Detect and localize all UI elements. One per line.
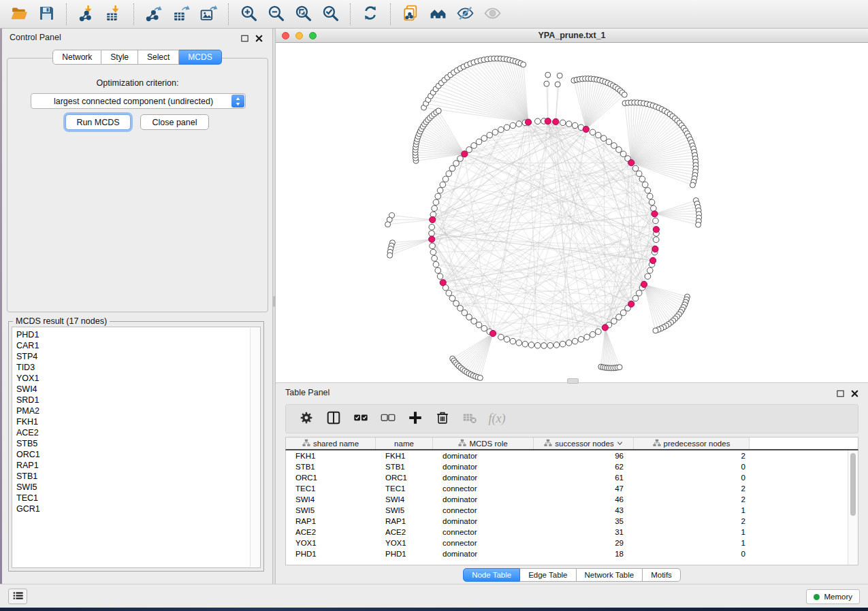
table-row[interactable]: FKH1FKH1dominator962 [286, 450, 858, 461]
tab-network[interactable]: Network [52, 50, 101, 65]
table-row[interactable]: RAP1RAP1dominator352 [286, 516, 858, 527]
save-session-button[interactable] [34, 2, 59, 27]
table-row[interactable]: ORC1ORC1dominator610 [286, 472, 858, 483]
tab-mcds[interactable]: MCDS [179, 50, 221, 65]
column-header-shared-name[interactable]: shared name [286, 437, 376, 449]
hide-selected-button[interactable] [453, 2, 477, 27]
control-panel-header: Control Panel [2, 29, 272, 46]
table-cell: SWI5 [376, 505, 433, 516]
add-entry-button[interactable] [404, 408, 426, 430]
table-row[interactable]: TEC1TEC1connector472 [286, 483, 858, 494]
table-cell: SWI4 [376, 494, 433, 505]
show-columns-button[interactable] [323, 408, 344, 430]
tab-motifs[interactable]: Motifs [643, 568, 681, 582]
table-row[interactable]: ACE2ACE2connector311 [286, 527, 858, 538]
zoom-fit-icon [294, 4, 312, 24]
mcds-result-node[interactable]: ORC1 [16, 449, 40, 460]
mcds-list-scrollbar[interactable] [250, 328, 259, 567]
status-bar: Memory [0, 584, 868, 608]
mcds-result-node[interactable]: SRD1 [16, 395, 40, 406]
mcds-result-node[interactable]: RAP1 [16, 460, 40, 471]
tab-network-table[interactable]: Network Table [577, 568, 643, 582]
mcds-result-node[interactable]: YOX1 [16, 373, 40, 384]
zoom-selected-button[interactable] [318, 2, 342, 27]
close-panel-button[interactable]: Close panel [140, 114, 209, 130]
tab-edge-table[interactable]: Edge Table [520, 568, 576, 582]
mcds-result-node[interactable]: SWI5 [16, 482, 40, 493]
show-all-button[interactable] [480, 2, 504, 27]
table-row[interactable]: SWI4SWI4dominator462 [286, 494, 858, 505]
export-table-button[interactable] [169, 2, 193, 27]
import-network-button[interactable] [74, 2, 99, 27]
network-canvas[interactable] [276, 43, 868, 383]
tab-select[interactable]: Select [138, 50, 179, 65]
open-session-button[interactable] [7, 2, 31, 27]
mcds-result-list[interactable]: PHD1CAR1STP4TID3YOX1SWI4SRD1PMA2FKH1ACE2… [12, 327, 261, 568]
mcds-result-node[interactable]: PHD1 [16, 329, 40, 340]
scrollbar-thumb[interactable] [850, 453, 856, 516]
column-header-MCDS-role[interactable]: MCDS role [433, 437, 534, 449]
mcds-result-node[interactable]: TID3 [16, 362, 40, 373]
mcds-result-node[interactable]: STP4 [16, 351, 40, 362]
table-cell: ACE2 [376, 527, 433, 538]
export-network-button[interactable] [142, 2, 166, 27]
table-row[interactable]: SWI5SWI5connector431 [286, 505, 858, 516]
column-header-name[interactable]: name [376, 437, 433, 449]
panel-menu-button[interactable] [8, 589, 27, 604]
zoom-in-button[interactable] [236, 2, 261, 27]
run-mcds-button[interactable]: Run MCDS [65, 114, 131, 130]
table-scrollbar[interactable] [848, 450, 858, 565]
close-panel-icon[interactable] [253, 33, 264, 44]
table-cell: connector [433, 505, 534, 516]
table-settings-button[interactable] [295, 408, 317, 430]
table-cell: STB1 [286, 461, 376, 472]
table-cell: connector [433, 483, 534, 494]
table-row[interactable]: YOX1YOX1connector291 [286, 538, 858, 548]
column-header-successor-nodes[interactable]: successor nodes [534, 437, 634, 449]
mcds-result-node[interactable]: CAR1 [16, 340, 40, 351]
network-from-selection-button[interactable] [398, 2, 423, 27]
refresh-network-button[interactable] [358, 2, 383, 27]
table-row[interactable]: STB1STB1dominator620 [286, 461, 858, 472]
table-cell: 47 [534, 483, 634, 494]
mcds-result-node[interactable]: ACE2 [16, 427, 40, 438]
network-view[interactable] [276, 43, 868, 383]
mcds-result-node[interactable]: GCR1 [16, 503, 40, 514]
mcds-result-node[interactable]: FKH1 [16, 416, 40, 427]
zoom-out-button[interactable] [263, 2, 288, 27]
zoom-fit-button[interactable] [291, 2, 315, 27]
mcds-result-node[interactable]: STB1 [16, 471, 40, 482]
optimization-criterion-select[interactable]: largest connected component (undirected) [31, 93, 246, 109]
float-panel-icon[interactable] [239, 33, 250, 44]
tree-icon [302, 439, 310, 448]
mcds-result-node[interactable]: PMA2 [16, 406, 40, 416]
table-cell: STB1 [376, 461, 433, 472]
mcds-panel: Optimization criterion: largest connecte… [7, 58, 268, 312]
toolbar-separator [228, 3, 229, 25]
import-table-button[interactable] [101, 2, 126, 27]
table-cell: YOX1 [376, 538, 433, 548]
table-cell: dominator [433, 516, 534, 527]
table-cell: PHD1 [286, 548, 376, 559]
select-all-button[interactable] [350, 408, 372, 430]
mcds-result-node[interactable]: STB5 [16, 438, 40, 449]
column-header-filler [750, 437, 858, 449]
main-toolbar [0, 0, 868, 29]
table-cell: 18 [534, 548, 634, 559]
deselect-all-button[interactable] [377, 408, 399, 430]
canvas-splitter-grip[interactable] [567, 378, 579, 384]
memory-button[interactable]: Memory [806, 589, 860, 604]
hide-selected-icon [456, 4, 475, 24]
column-header-predecessor-nodes[interactable]: predecessor nodes [634, 437, 750, 449]
delete-entry-button[interactable] [432, 408, 453, 430]
tab-style[interactable]: Style [101, 50, 138, 65]
mcds-result-node[interactable]: SWI4 [16, 384, 40, 395]
tab-node-table[interactable]: Node Table [463, 568, 520, 582]
export-image-icon [199, 4, 218, 24]
mcds-result-node[interactable]: TEC1 [16, 493, 40, 503]
float-table-panel-icon[interactable] [835, 388, 846, 399]
export-image-button[interactable] [196, 2, 221, 27]
first-neighbors-button[interactable] [425, 2, 450, 27]
close-table-panel-icon[interactable] [849, 388, 860, 399]
table-row[interactable]: PHD1PHD1dominator180 [286, 548, 858, 559]
